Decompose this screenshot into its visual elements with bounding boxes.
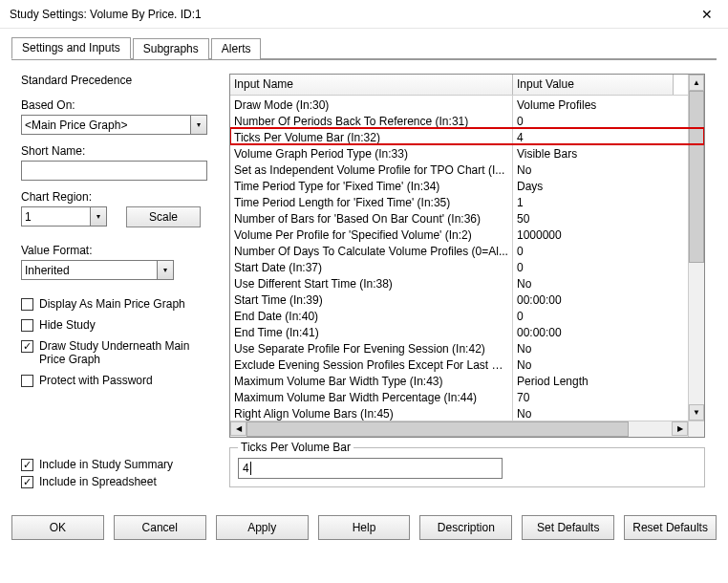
short-name-input[interactable] [21,161,207,181]
checkbox-icon [21,340,33,353]
table-row[interactable]: Use Separate Profile For Evening Session… [230,339,704,356]
protect-password-checkbox-row[interactable]: Protect with Password [21,374,222,387]
set-defaults-button[interactable]: Set Defaults [522,515,614,540]
input-name-cell: Number Of Periods Back To Reference (In:… [230,112,513,128]
based-on-dropdown[interactable]: <Main Price Graph> ▾ [21,115,207,135]
input-value-cell: No [513,339,674,356]
help-button[interactable]: Help [318,515,411,540]
tab-bar: Settings and Inputs Subgraphs Alerts [11,36,717,58]
inputs-listview[interactable]: Input Name Input Value Draw Mode (In:30)… [229,74,705,438]
table-row[interactable]: Set as Independent Volume Profile for TP… [230,161,704,177]
listview-body[interactable]: Draw Mode (In:30)Volume ProfilesNumber O… [230,96,704,437]
precedence-heading: Standard Precedence [21,74,222,87]
table-row[interactable]: Number Of Days To Calculate Volume Profi… [230,242,704,258]
titlebar: Study Settings: Volume By Price. ID:1 ✕ [0,0,728,29]
input-value-cell: Days [513,177,674,193]
scroll-thumb[interactable] [689,91,704,263]
table-row[interactable]: Maximum Volume Bar Width Type (In:43)Per… [230,372,704,388]
checkbox-icon [21,298,33,311]
input-value-cell: 4 [513,128,674,144]
input-name-cell: Set as Independent Volume Profile for TP… [230,161,513,177]
display-main-checkbox-row[interactable]: Display As Main Price Graph [21,297,222,311]
input-value-cell: No [513,404,674,421]
tab-settings-and-inputs[interactable]: Settings and Inputs [11,37,131,59]
vertical-scrollbar[interactable]: ▲ ▼ [688,75,704,421]
input-value-cell: 00:00:00 [513,323,674,339]
table-row[interactable]: Volume Per Profile for 'Specified Volume… [230,226,704,242]
table-row[interactable]: Number of Bars for 'Based On Bar Count' … [230,209,704,226]
column-input-name[interactable]: Input Name [230,75,513,95]
scroll-down-icon[interactable]: ▼ [689,404,704,421]
table-row[interactable]: Maximum Volume Bar Width Percentage (In:… [230,388,704,404]
draw-underneath-label: Draw Study Underneath Main Price Graph [39,339,202,366]
based-on-label: Based On: [21,98,222,112]
input-value-cell: 50 [513,209,674,226]
table-row[interactable]: Right Align Volume Bars (In:45)No [230,404,704,421]
input-name-cell: Volume Per Profile for 'Specified Volume… [230,226,513,242]
value-format-value: Inherited [25,264,157,277]
close-icon: ✕ [701,7,713,22]
table-row[interactable]: Exclude Evening Session Profiles Except … [230,356,704,372]
input-name-cell: Start Date (In:37) [230,258,513,274]
scroll-thumb[interactable] [246,421,629,437]
checkbox-icon [21,375,33,387]
short-name-label: Short Name: [21,144,222,158]
include-summary-checkbox-row[interactable]: Include in Study Summary [21,458,222,471]
table-row[interactable]: Volume Graph Period Type (In:33)Visible … [230,144,704,161]
input-value-field[interactable]: 4 [238,458,503,479]
input-name-cell: Right Align Volume Bars (In:45) [230,404,513,421]
chart-region-label: Chart Region: [21,190,222,204]
cancel-button[interactable]: Cancel [114,515,206,540]
input-name-cell: Volume Graph Period Type (In:33) [230,144,513,161]
apply-button[interactable]: Apply [216,515,309,540]
include-spreadsheet-checkbox-row[interactable]: Include in Spreadsheet [21,475,222,488]
table-row[interactable]: End Time (In:41)00:00:00 [230,323,704,339]
table-row[interactable]: Ticks Per Volume Bar (In:32)4 [230,128,704,144]
table-row[interactable]: Time Period Length for 'Fixed Time' (In:… [230,193,704,209]
input-value-cell: Period Length [513,372,674,388]
ok-button[interactable]: OK [11,515,104,540]
table-row[interactable]: Use Different Start Time (In:38)No [230,274,704,291]
input-value-cell: 00:00:00 [513,291,674,307]
include-spreadsheet-label: Include in Spreadsheet [39,475,157,488]
input-value-cell: 1000000 [513,226,674,242]
column-input-value[interactable]: Input Value [513,75,674,95]
chevron-down-icon: ▾ [90,207,106,226]
description-button[interactable]: Description [419,515,512,540]
window-title: Study Settings: Volume By Price. ID:1 [10,8,685,21]
input-name-cell: Ticks Per Volume Bar (In:32) [230,128,513,144]
table-row[interactable]: Start Date (In:37)0 [230,258,704,274]
chevron-down-icon: ▾ [190,116,206,134]
input-value-cell: 0 [513,258,674,274]
tab-alerts[interactable]: Alerts [211,38,262,59]
input-name-cell: Use Different Start Time (In:38) [230,274,513,291]
reset-defaults-button[interactable]: Reset Defaults [624,515,717,540]
horizontal-scrollbar[interactable]: ◀ ▶ [230,421,688,437]
input-name-cell: End Date (In:40) [230,307,513,323]
input-name-cell: Time Period Length for 'Fixed Time' (In:… [230,193,513,209]
input-name-cell: Maximum Volume Bar Width Type (In:43) [230,372,513,388]
table-row[interactable]: Number Of Periods Back To Reference (In:… [230,112,704,128]
input-value-cell: 0 [513,307,674,323]
include-summary-label: Include in Study Summary [39,458,173,471]
display-main-label: Display As Main Price Graph [39,297,185,311]
close-button[interactable]: ✕ [685,0,728,29]
scroll-up-icon[interactable]: ▲ [689,75,704,91]
scroll-left-icon[interactable]: ◀ [230,421,246,436]
checkbox-icon [21,319,33,332]
table-row[interactable]: Start Time (In:39)00:00:00 [230,291,704,307]
table-row[interactable]: End Date (In:40)0 [230,307,704,323]
input-name-cell: Number Of Days To Calculate Volume Profi… [230,242,513,258]
input-value-cell: No [513,356,674,372]
button-row: OK Cancel Apply Help Description Set Def… [0,509,728,550]
draw-underneath-checkbox-row[interactable]: Draw Study Underneath Main Price Graph [21,339,222,366]
scale-button[interactable]: Scale [126,206,201,227]
hide-study-checkbox-row[interactable]: Hide Study [21,318,222,332]
chart-region-dropdown[interactable]: 1 ▾ [21,206,107,227]
value-format-dropdown[interactable]: Inherited ▾ [21,260,174,280]
input-name-cell: End Time (In:41) [230,323,513,339]
tab-subgraphs[interactable]: Subgraphs [133,38,209,59]
table-row[interactable]: Time Period Type for 'Fixed Time' (In:34… [230,177,704,193]
scroll-right-icon[interactable]: ▶ [672,421,688,436]
table-row[interactable]: Draw Mode (In:30)Volume Profiles [230,96,704,112]
